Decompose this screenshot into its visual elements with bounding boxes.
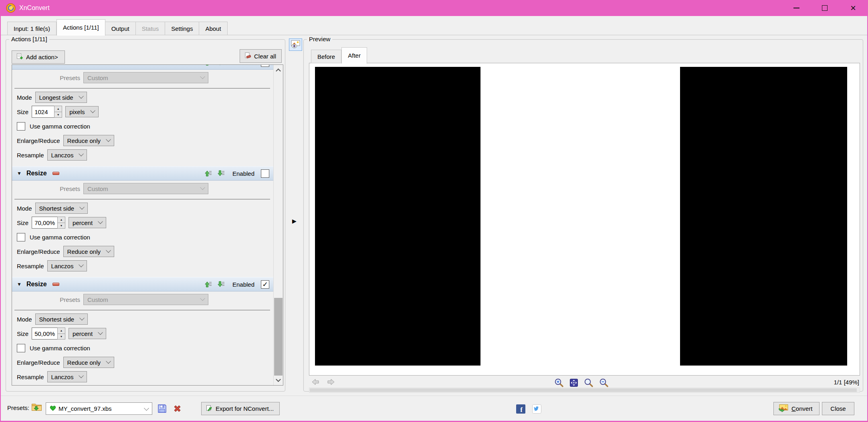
maximize-button[interactable] bbox=[810, 0, 839, 16]
size-stepper[interactable]: ▲ ▼ bbox=[57, 328, 65, 340]
add-action-button[interactable]: Add action> bbox=[12, 50, 65, 64]
export-nconvert-button[interactable]: Export for NConvert... bbox=[201, 402, 280, 415]
gamma-checkbox[interactable]: ✓ bbox=[17, 122, 25, 131]
mode-dropdown[interactable]: Longest side bbox=[35, 92, 87, 103]
preset-dropdown[interactable]: MY_convert_97.xbs bbox=[46, 402, 152, 415]
presets-dropdown[interactable]: Custom bbox=[83, 294, 208, 305]
convert-icon bbox=[778, 404, 789, 414]
zoom-actual-size-button[interactable] bbox=[584, 378, 593, 388]
collapse-arrow-icon[interactable]: ▼ bbox=[17, 281, 22, 287]
enlarge-reduce-dropdown[interactable]: Reduce only bbox=[63, 135, 114, 146]
remove-action-icon[interactable] bbox=[52, 283, 59, 286]
clear-all-button[interactable]: Clear all bbox=[240, 49, 282, 63]
vertical-scrollbar[interactable] bbox=[273, 65, 283, 385]
move-down-icon[interactable] bbox=[217, 280, 225, 288]
close-window-button[interactable]: × bbox=[839, 0, 867, 16]
step-down-icon[interactable]: ▼ bbox=[54, 112, 62, 118]
preview-toggle-button[interactable] bbox=[289, 38, 302, 51]
preview-canvas[interactable] bbox=[309, 63, 860, 376]
remove-action-icon[interactable] bbox=[52, 172, 59, 175]
unit-dropdown[interactable]: percent bbox=[69, 328, 106, 339]
collapse-arrow-icon[interactable]: ▼ bbox=[17, 64, 22, 65]
presets-dropdown[interactable]: Custom bbox=[83, 183, 208, 194]
title-bar[interactable]: XnConvert × bbox=[1, 0, 867, 16]
chevron-down-icon bbox=[90, 108, 95, 113]
tab-output[interactable]: Output bbox=[105, 22, 136, 35]
step-up-icon[interactable]: ▲ bbox=[57, 328, 65, 334]
horizontal-scrollbar[interactable] bbox=[309, 388, 860, 393]
zoom-in-button[interactable] bbox=[554, 378, 564, 388]
enlarge-reduce-dropdown[interactable]: Reduce only bbox=[63, 246, 114, 257]
presets-value: Custom bbox=[87, 296, 108, 303]
tab-input[interactable]: Input: 1 file(s) bbox=[7, 22, 57, 35]
enlarge-reduce-value: Reduce only bbox=[67, 137, 101, 144]
step-down-icon[interactable]: ▼ bbox=[57, 334, 65, 340]
move-up-icon[interactable] bbox=[204, 280, 212, 288]
move-down-icon[interactable] bbox=[217, 64, 225, 66]
step-down-icon[interactable]: ▼ bbox=[57, 223, 65, 229]
resize-action-header[interactable]: ▼ Resize Enabled ✓ bbox=[12, 64, 273, 70]
action-body: Presets Custom Mode Shortest side Size 5… bbox=[12, 291, 273, 386]
preview-image-right-region bbox=[680, 67, 847, 366]
splitter-collapse-handle[interactable]: ▶ bbox=[292, 218, 297, 224]
scrollbar-thumb[interactable] bbox=[310, 388, 857, 392]
fit-to-window-button[interactable] bbox=[569, 378, 578, 387]
presets-dropdown[interactable]: Custom bbox=[83, 72, 208, 83]
size-stepper[interactable]: ▲ ▼ bbox=[54, 106, 62, 118]
previous-file-button[interactable] bbox=[311, 378, 320, 386]
size-input[interactable]: 50,00% ▲ ▼ bbox=[32, 328, 65, 340]
move-up-icon[interactable] bbox=[204, 169, 212, 177]
enabled-checkbox[interactable]: ✓ bbox=[261, 280, 269, 289]
tab-settings[interactable]: Settings bbox=[165, 22, 199, 35]
chevron-down-icon bbox=[276, 377, 281, 382]
step-up-icon[interactable]: ▲ bbox=[54, 106, 62, 112]
tab-actions[interactable]: Actions [1/11] bbox=[57, 19, 105, 36]
mode-row: Mode Shortest side bbox=[17, 203, 273, 214]
preview-image-eye-icon bbox=[291, 40, 300, 50]
unit-dropdown[interactable]: percent bbox=[69, 217, 106, 228]
size-input[interactable]: 70,00% ▲ ▼ bbox=[32, 217, 65, 229]
size-stepper[interactable]: ▲ ▼ bbox=[57, 217, 65, 229]
move-up-icon[interactable] bbox=[204, 64, 212, 66]
action-body: Presets Custom Mode Shortest side Size 7… bbox=[12, 181, 273, 277]
open-preset-folder-button[interactable] bbox=[31, 402, 42, 413]
resize-action-header[interactable]: ▼ Resize Enabled ✓ bbox=[12, 277, 273, 291]
enabled-checkbox[interactable]: ✓ bbox=[261, 64, 269, 67]
resample-dropdown[interactable]: Lanczos bbox=[47, 149, 87, 161]
resize-action-header[interactable]: ▼ Resize Enabled ✓ bbox=[12, 166, 273, 181]
unit-dropdown[interactable]: pixels bbox=[65, 106, 98, 117]
enabled-checkbox[interactable]: ✓ bbox=[261, 169, 269, 178]
export-label: Export for NConvert... bbox=[216, 405, 274, 412]
step-up-icon[interactable]: ▲ bbox=[57, 217, 65, 223]
tab-before[interactable]: Before bbox=[311, 50, 341, 63]
zoom-out-button[interactable] bbox=[599, 378, 609, 388]
tab-after[interactable]: After bbox=[341, 47, 367, 64]
next-file-button[interactable] bbox=[326, 378, 336, 386]
resample-dropdown[interactable]: Lanczos bbox=[47, 371, 87, 382]
resample-value: Lanczos bbox=[51, 374, 74, 380]
scroll-down-arrow[interactable] bbox=[274, 376, 283, 385]
gamma-row: ✓ Use gamma correction bbox=[17, 233, 273, 241]
mode-dropdown[interactable]: Shortest side bbox=[35, 313, 88, 325]
tab-about[interactable]: About bbox=[199, 22, 227, 35]
close-button[interactable]: Close bbox=[822, 402, 854, 415]
app-logo-icon bbox=[6, 3, 16, 14]
scrollbar-thumb[interactable] bbox=[274, 298, 283, 376]
scroll-up-arrow[interactable] bbox=[274, 65, 283, 74]
enlarge-reduce-label: Enlarge/Reduce bbox=[17, 137, 60, 144]
resample-dropdown[interactable]: Lanczos bbox=[47, 260, 87, 271]
move-down-icon[interactable] bbox=[217, 169, 225, 177]
convert-button[interactable]: Convert bbox=[773, 402, 820, 415]
twitter-icon[interactable] bbox=[532, 404, 541, 415]
gamma-checkbox[interactable]: ✓ bbox=[17, 344, 25, 352]
minimize-button[interactable] bbox=[782, 0, 810, 16]
gamma-checkbox[interactable]: ✓ bbox=[17, 233, 25, 241]
mode-dropdown[interactable]: Shortest side bbox=[35, 203, 88, 214]
save-preset-button[interactable] bbox=[157, 404, 167, 415]
delete-preset-button[interactable] bbox=[172, 404, 182, 415]
enlarge-reduce-dropdown[interactable]: Reduce only bbox=[63, 357, 114, 368]
collapse-arrow-icon[interactable]: ▼ bbox=[17, 171, 22, 176]
facebook-icon[interactable]: f bbox=[516, 404, 525, 415]
size-input[interactable]: 1024 ▲ ▼ bbox=[32, 106, 62, 118]
preset-value: MY_convert_97.xbs bbox=[59, 405, 112, 412]
